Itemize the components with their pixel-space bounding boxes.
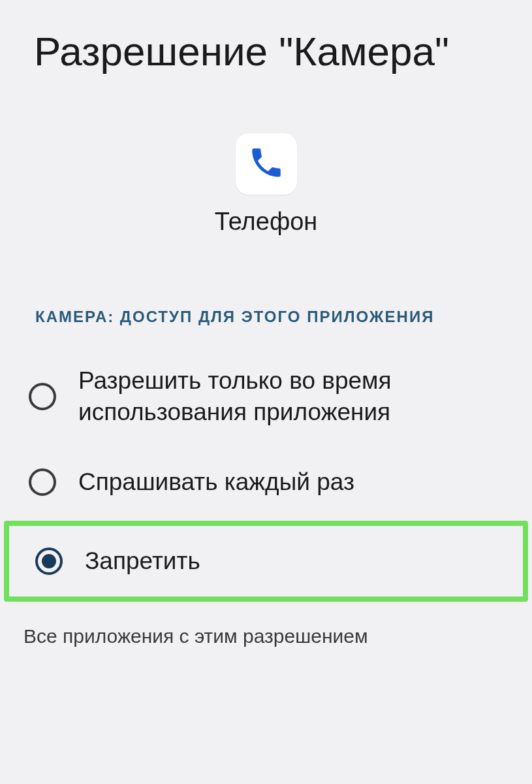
option-label: Спрашивать каждый раз [78, 466, 354, 497]
option-label: Разрешить только во время использования … [78, 365, 501, 427]
option-label: Запретить [85, 546, 200, 576]
radio-unchecked-icon [29, 383, 56, 410]
option-deny[interactable]: Запретить [4, 521, 528, 601]
option-allow-while-using[interactable]: Разрешить только во время использования … [0, 346, 532, 447]
permission-options: Разрешить только во время использования … [0, 346, 532, 605]
phone-icon [247, 144, 285, 184]
app-info-block: Телефон [0, 133, 532, 236]
radio-unchecked-icon [29, 468, 56, 496]
option-ask-every-time[interactable]: Спрашивать каждый раз [0, 447, 532, 517]
radio-checked-icon [35, 547, 63, 575]
page-title: Разрешение "Камера" [0, 0, 532, 82]
app-icon-container [236, 133, 297, 195]
app-name: Телефон [215, 208, 318, 236]
section-header: КАМЕРА: ДОСТУП ДЛЯ ЭТОГО ПРИЛОЖЕНИЯ [0, 308, 532, 326]
all-apps-link[interactable]: Все приложения с этим разрешением [0, 606, 532, 647]
